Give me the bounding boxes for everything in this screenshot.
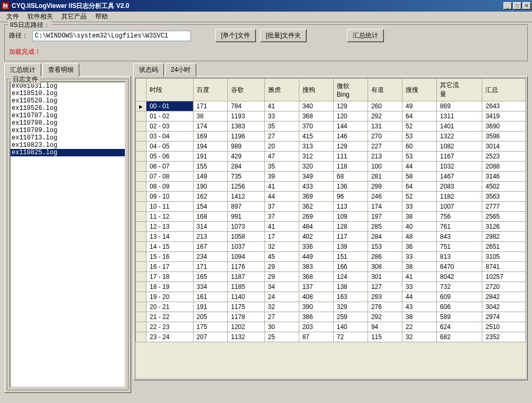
grid-cell[interactable]: 989: [227, 142, 264, 152]
grid-cell[interactable]: 68: [333, 172, 368, 182]
grid-cell[interactable]: 1140: [227, 292, 264, 302]
row-header[interactable]: [136, 101, 146, 111]
grid-cell[interactable]: 05 - 06: [146, 152, 194, 162]
grid-cell[interactable]: 3014: [482, 142, 526, 152]
grid-cell[interactable]: 3105: [482, 252, 526, 262]
grid-cell[interactable]: 12 - 13: [146, 222, 194, 232]
grid-cell[interactable]: 784: [227, 101, 264, 111]
grid-cell[interactable]: 1311: [437, 111, 482, 121]
grid-cell[interactable]: 44: [402, 292, 437, 302]
grid-cell[interactable]: 484: [299, 222, 333, 232]
grid-cell[interactable]: 113: [333, 202, 368, 212]
row-header[interactable]: [136, 162, 146, 172]
grid-cell[interactable]: 624: [437, 322, 482, 332]
grid-cell[interactable]: 27: [264, 132, 299, 142]
grid-cell[interactable]: 109: [333, 212, 368, 222]
row-header[interactable]: [136, 302, 146, 312]
grid-cell[interactable]: 756: [437, 212, 482, 222]
grid-cell[interactable]: 2083: [437, 182, 482, 192]
row-header[interactable]: [136, 332, 146, 342]
grid-cell[interactable]: 991: [227, 212, 264, 222]
grid-cell[interactable]: 111: [333, 152, 368, 162]
grid-cell[interactable]: 169: [193, 132, 227, 142]
grid-cell[interactable]: 1037: [227, 242, 264, 252]
grid-cell[interactable]: 813: [437, 252, 482, 262]
grid-cell[interactable]: 10257: [482, 272, 526, 282]
grid-cell[interactable]: 165: [193, 272, 227, 282]
grid-cell[interactable]: 17 - 18: [146, 272, 194, 282]
column-header[interactable]: 谷歌: [227, 79, 264, 101]
grid-cell[interactable]: 09 - 10: [146, 192, 194, 202]
grid-cell[interactable]: 136: [333, 182, 368, 192]
grid-cell[interactable]: 120: [333, 111, 368, 121]
grid-cell[interactable]: 21 - 22: [146, 312, 194, 322]
single-file-button[interactable]: [单个]文件: [215, 29, 256, 42]
grid-cell[interactable]: 53: [402, 132, 437, 142]
row-header[interactable]: [136, 152, 146, 162]
grid-cell[interactable]: 144: [333, 121, 368, 132]
grid-cell[interactable]: 48: [402, 232, 437, 242]
grid-cell[interactable]: 190: [193, 182, 227, 192]
grid-cell[interactable]: 213: [368, 152, 402, 162]
grid-cell[interactable]: 18 - 19: [146, 282, 194, 292]
grid-cell[interactable]: 449: [299, 252, 333, 262]
grid-cell[interactable]: 27: [264, 312, 299, 322]
grid-cell[interactable]: 10 - 11: [146, 202, 194, 212]
grid-cell[interactable]: 292: [368, 312, 402, 322]
file-item[interactable]: ex110520.log: [11, 97, 125, 105]
row-header[interactable]: [136, 111, 146, 121]
grid-cell[interactable]: 174: [368, 202, 402, 212]
row-header[interactable]: [136, 282, 146, 292]
grid-cell[interactable]: 320: [299, 162, 333, 172]
grid-cell[interactable]: 270: [368, 132, 402, 142]
grid-cell[interactable]: 167: [193, 242, 227, 252]
grid-cell[interactable]: 154: [193, 202, 227, 212]
grid-cell[interactable]: 2651: [482, 242, 526, 252]
grid-cell[interactable]: 128: [333, 222, 368, 232]
row-header[interactable]: [136, 272, 146, 282]
grid-cell[interactable]: 58: [402, 172, 437, 182]
grid-cell[interactable]: 368: [299, 111, 333, 121]
grid-cell[interactable]: 47: [264, 152, 299, 162]
grid-cell[interactable]: 38: [402, 262, 437, 272]
grid-cell[interactable]: 312: [299, 152, 333, 162]
grid-cell[interactable]: 96: [333, 192, 368, 202]
grid-cell[interactable]: 606: [437, 302, 482, 312]
column-header[interactable]: 时段: [146, 79, 194, 101]
right-tab[interactable]: 状态码: [133, 63, 164, 77]
file-item[interactable]: ex110510.log: [11, 90, 125, 97]
grid-cell[interactable]: 1058: [227, 232, 264, 242]
grid-cell[interactable]: 29: [264, 262, 299, 272]
file-item[interactable]: ex110707.log: [11, 112, 125, 119]
grid-cell[interactable]: 38: [402, 212, 437, 222]
grid-cell[interactable]: 175: [193, 322, 227, 332]
grid-cell[interactable]: 1187: [227, 272, 264, 282]
grid-cell[interactable]: 32: [264, 302, 299, 312]
grid-cell[interactable]: 1178: [227, 312, 264, 322]
grid-cell[interactable]: 1032: [437, 162, 482, 172]
grid-cell[interactable]: 04 - 05: [146, 142, 194, 152]
grid-cell[interactable]: 390: [299, 302, 333, 312]
grid-cell[interactable]: 40: [402, 222, 437, 232]
grid-cell[interactable]: 269: [299, 212, 333, 222]
column-header[interactable]: 汇总: [482, 79, 526, 101]
grid-cell[interactable]: 429: [227, 152, 264, 162]
row-header[interactable]: [136, 132, 146, 142]
grid-cell[interactable]: 2643: [482, 101, 526, 111]
grid-cell[interactable]: 72: [333, 332, 368, 342]
grid-cell[interactable]: 1467: [437, 172, 482, 182]
grid-cell[interactable]: 433: [299, 182, 333, 192]
column-header[interactable]: 搜搜: [402, 79, 437, 101]
row-header[interactable]: [136, 312, 146, 322]
grid-cell[interactable]: 2510: [482, 322, 526, 332]
grid-cell[interactable]: 33: [264, 111, 299, 121]
grid-cell[interactable]: 00 - 01: [146, 101, 194, 111]
grid-cell[interactable]: 20 - 21: [146, 302, 194, 312]
row-header[interactable]: [136, 202, 146, 212]
grid-cell[interactable]: 64: [402, 111, 437, 121]
grid-cell[interactable]: 151: [333, 252, 368, 262]
grid-cell[interactable]: 314: [193, 222, 227, 232]
close-button[interactable]: ✕: [522, 2, 531, 10]
minimize-button[interactable]: _: [503, 2, 512, 10]
grid-cell[interactable]: 1073: [227, 222, 264, 232]
